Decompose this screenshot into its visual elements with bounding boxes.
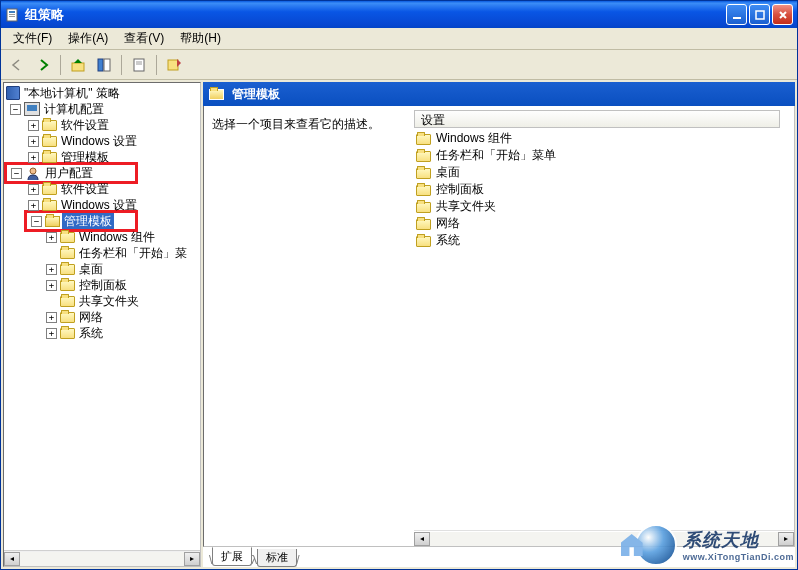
expander-icon[interactable]: + bbox=[46, 264, 57, 275]
list-item[interactable]: 控制面板 bbox=[414, 181, 794, 198]
expander-icon[interactable]: − bbox=[31, 216, 42, 227]
tree-pane: "本地计算机" 策略 − 计算机配置 + 软件设置 bbox=[3, 82, 201, 567]
show-hide-tree-button[interactable] bbox=[92, 53, 116, 77]
scroll-left-icon[interactable]: ◂ bbox=[414, 532, 430, 546]
detail-pane: 管理模板 选择一个项目来查看它的描述。 设置 Windows 组件 任务栏和「开… bbox=[203, 82, 795, 567]
tree-root[interactable]: "本地计算机" 策略 bbox=[6, 85, 198, 101]
list-item[interactable]: 任务栏和「开始」菜单 bbox=[414, 147, 794, 164]
svg-rect-8 bbox=[104, 59, 110, 71]
tree-windows-settings[interactable]: + Windows 设置 bbox=[6, 133, 198, 149]
list-item[interactable]: 系统 bbox=[414, 232, 794, 249]
folder-icon bbox=[416, 134, 431, 145]
folder-icon bbox=[416, 168, 431, 179]
expander-icon[interactable]: + bbox=[28, 200, 39, 211]
scroll-left-icon[interactable]: ◂ bbox=[4, 552, 20, 566]
folder-icon bbox=[42, 184, 57, 195]
folder-icon bbox=[60, 232, 75, 243]
expander-icon[interactable]: + bbox=[46, 312, 57, 323]
folder-icon bbox=[42, 200, 57, 211]
list-item[interactable]: 共享文件夹 bbox=[414, 198, 794, 215]
policy-icon bbox=[6, 86, 20, 100]
toolbar bbox=[1, 50, 797, 80]
menu-help[interactable]: 帮助(H) bbox=[172, 28, 229, 49]
folder-icon bbox=[60, 248, 75, 259]
expander-icon[interactable]: + bbox=[28, 152, 39, 163]
computer-icon bbox=[24, 102, 40, 116]
tree-at-desktop[interactable]: + 桌面 bbox=[6, 261, 198, 277]
menu-action[interactable]: 操作(A) bbox=[60, 28, 116, 49]
tree-at-network[interactable]: + 网络 bbox=[6, 309, 198, 325]
folder-icon bbox=[416, 236, 431, 247]
tree-hscrollbar[interactable]: ◂ ▸ bbox=[4, 550, 200, 566]
tree-software-settings[interactable]: + 软件设置 bbox=[6, 117, 198, 133]
expander-icon[interactable]: + bbox=[28, 120, 39, 131]
tree-user-admin-templates[interactable]: − 管理模板 bbox=[27, 213, 135, 229]
detail-title: 管理模板 bbox=[232, 86, 280, 103]
tree-at-system[interactable]: + 系统 bbox=[6, 325, 198, 341]
tree-user-config[interactable]: − 用户配置 bbox=[7, 165, 135, 181]
window-title: 组策略 bbox=[25, 6, 726, 24]
list-items: Windows 组件 任务栏和「开始」菜单 桌面 控制面板 共享文件夹 网络 系… bbox=[414, 130, 794, 530]
tab-extended[interactable]: 扩展 bbox=[212, 547, 252, 566]
filter-button[interactable] bbox=[162, 53, 186, 77]
folder-icon bbox=[60, 328, 75, 339]
tree-computer-config[interactable]: − 计算机配置 bbox=[6, 101, 198, 117]
svg-rect-5 bbox=[756, 11, 764, 19]
tree-at-control-panel[interactable]: + 控制面板 bbox=[6, 277, 198, 293]
watermark-title: 系统天地 bbox=[683, 528, 794, 552]
properties-button[interactable] bbox=[127, 53, 151, 77]
close-button[interactable] bbox=[772, 4, 793, 25]
app-icon bbox=[5, 7, 21, 23]
folder-icon bbox=[60, 280, 75, 291]
tree-at-taskbar-start[interactable]: 任务栏和「开始」菜 bbox=[6, 245, 198, 261]
up-button[interactable] bbox=[66, 53, 90, 77]
detail-header: 管理模板 bbox=[203, 82, 795, 106]
folder-open-icon bbox=[45, 216, 60, 227]
svg-point-13 bbox=[30, 168, 36, 174]
expander-icon[interactable]: + bbox=[46, 280, 57, 291]
watermark: 系统天地 www.XiTongTianDi.com bbox=[635, 524, 794, 566]
expander-icon[interactable]: + bbox=[28, 184, 39, 195]
expander-icon[interactable]: + bbox=[46, 328, 57, 339]
folder-icon bbox=[42, 136, 57, 147]
tree-at-shared-folders[interactable]: 共享文件夹 bbox=[6, 293, 198, 309]
menu-file[interactable]: 文件(F) bbox=[5, 28, 60, 49]
column-header-settings[interactable]: 设置 bbox=[414, 110, 780, 128]
folder-icon bbox=[60, 264, 75, 275]
user-icon bbox=[25, 166, 41, 180]
watermark-url: www.XiTongTianDi.com bbox=[683, 552, 794, 562]
expander-icon[interactable]: − bbox=[11, 168, 22, 179]
titlebar[interactable]: 组策略 bbox=[1, 1, 797, 28]
svg-rect-3 bbox=[9, 16, 15, 17]
folder-icon bbox=[416, 202, 431, 213]
folder-icon bbox=[60, 296, 75, 307]
watermark-logo-icon bbox=[635, 524, 677, 566]
maximize-button[interactable] bbox=[749, 4, 770, 25]
tree-at-windows-components[interactable]: + Windows 组件 bbox=[6, 229, 198, 245]
expander-icon[interactable]: + bbox=[28, 136, 39, 147]
menu-view[interactable]: 查看(V) bbox=[116, 28, 172, 49]
folder-icon bbox=[42, 152, 57, 163]
svg-rect-7 bbox=[98, 59, 103, 71]
svg-rect-1 bbox=[9, 11, 15, 13]
folder-open-icon bbox=[209, 89, 224, 100]
list-item[interactable]: 桌面 bbox=[414, 164, 794, 181]
svg-rect-4 bbox=[733, 17, 741, 19]
expander-icon[interactable]: + bbox=[46, 232, 57, 243]
back-button[interactable] bbox=[5, 53, 29, 77]
forward-button[interactable] bbox=[31, 53, 55, 77]
svg-rect-9 bbox=[134, 59, 144, 71]
svg-rect-2 bbox=[9, 14, 15, 15]
scroll-right-icon[interactable]: ▸ bbox=[184, 552, 200, 566]
tab-standard[interactable]: 标准 bbox=[257, 549, 297, 567]
tree-user-software-settings[interactable]: + 软件设置 bbox=[6, 181, 198, 197]
folder-icon bbox=[42, 120, 57, 131]
list-item[interactable]: Windows 组件 bbox=[414, 130, 794, 147]
folder-icon bbox=[60, 312, 75, 323]
folder-icon bbox=[416, 219, 431, 230]
expander-icon[interactable]: − bbox=[10, 104, 21, 115]
minimize-button[interactable] bbox=[726, 4, 747, 25]
folder-icon bbox=[416, 185, 431, 196]
svg-rect-12 bbox=[168, 60, 178, 70]
list-item[interactable]: 网络 bbox=[414, 215, 794, 232]
